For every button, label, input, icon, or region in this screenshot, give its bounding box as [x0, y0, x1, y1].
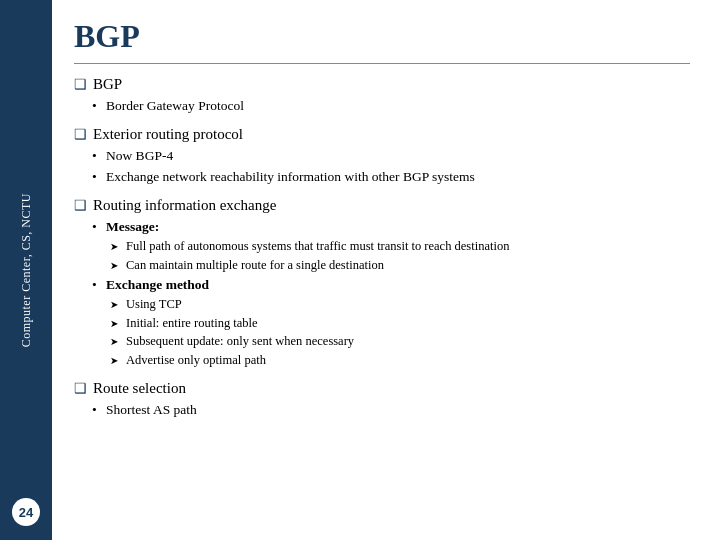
section-title-bgp: BGP: [93, 76, 122, 93]
main-content: BGP ❑BGPBorder Gateway Protocol❑Exterior…: [52, 0, 720, 540]
section-exterior-routing: ❑Exterior routing protocolNow BGP-4Excha…: [74, 126, 690, 187]
list-item: Exchange network reachability informatio…: [106, 167, 690, 187]
section-routing-info: ❑Routing information exchangeMessage:Ful…: [74, 197, 690, 370]
title-divider: [74, 63, 690, 64]
list-item: Now BGP-4: [106, 146, 690, 166]
section-title-route-selection: Route selection: [93, 380, 186, 397]
list-item: Can maintain multiple route for a single…: [126, 256, 690, 275]
list-item: Initial: entire routing table: [126, 314, 690, 333]
list-item: Using TCP: [126, 295, 690, 314]
list-item: Subsequent update: only sent when necess…: [126, 332, 690, 351]
section-route-selection: ❑Route selectionShortest AS path: [74, 380, 690, 420]
sidebar: Computer Center, CS, NCTU 24: [0, 0, 52, 540]
bullet-q-routing-info: ❑: [74, 197, 87, 214]
bullet-list-routing-info: Message:Full path of autonomous systems …: [74, 217, 690, 370]
list-item: Full path of autonomous systems that tra…: [126, 237, 690, 256]
section-header-route-selection: ❑Route selection: [74, 380, 690, 397]
list-item: Advertise only optimal path: [126, 351, 690, 370]
section-title-exterior-routing: Exterior routing protocol: [93, 126, 243, 143]
list-item: Message:Full path of autonomous systems …: [106, 217, 690, 275]
bullet-q-bgp: ❑: [74, 76, 87, 93]
bullet-list-route-selection: Shortest AS path: [74, 400, 690, 420]
list-item: Shortest AS path: [106, 400, 690, 420]
sub-bullet-list: Using TCPInitial: entire routing tableSu…: [106, 295, 690, 370]
list-item: Exchange methodUsing TCPInitial: entire …: [106, 275, 690, 370]
section-header-exterior-routing: ❑Exterior routing protocol: [74, 126, 690, 143]
section-header-bgp: ❑BGP: [74, 76, 690, 93]
page-number: 24: [12, 498, 40, 526]
section-bgp: ❑BGPBorder Gateway Protocol: [74, 76, 690, 116]
content-area: ❑BGPBorder Gateway Protocol❑Exterior rou…: [74, 76, 690, 522]
sub-bullet-list: Full path of autonomous systems that tra…: [106, 237, 690, 275]
page-title: BGP: [74, 18, 690, 55]
bullet-q-exterior-routing: ❑: [74, 126, 87, 143]
section-header-routing-info: ❑Routing information exchange: [74, 197, 690, 214]
bullet-q-route-selection: ❑: [74, 380, 87, 397]
list-item: Border Gateway Protocol: [106, 96, 690, 116]
bullet-list-bgp: Border Gateway Protocol: [74, 96, 690, 116]
section-title-routing-info: Routing information exchange: [93, 197, 276, 214]
bullet-list-exterior-routing: Now BGP-4Exchange network reachability i…: [74, 146, 690, 187]
sidebar-label: Computer Center, CS, NCTU: [19, 193, 34, 347]
